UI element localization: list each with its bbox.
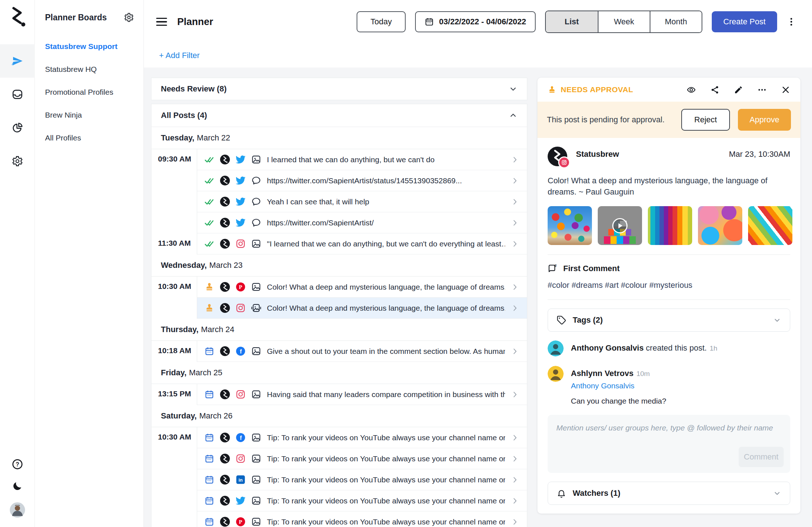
sidebar-item-promotional-profiles[interactable]: Promotional Profiles xyxy=(45,81,134,103)
media-thumbnail-abstract-color-bubbles[interactable] xyxy=(698,206,742,245)
rail-item-reports[interactable] xyxy=(0,111,35,144)
more-options-kebab-icon[interactable] xyxy=(787,16,796,27)
approval-status-icon xyxy=(204,303,214,313)
planner-app: ? Planner Boards Statusbrew SupportStatu… xyxy=(0,0,812,527)
comment-hash-icon: # xyxy=(548,264,557,273)
photo-icon xyxy=(251,239,261,249)
sidebar-item-all-profiles[interactable]: All Profiles xyxy=(45,126,134,149)
reject-button[interactable]: Reject xyxy=(681,109,730,131)
media-thumbnail-rainbow-diagonal-stripes[interactable] xyxy=(748,206,792,245)
statusbrew-avatar xyxy=(220,239,230,249)
media-thumbnail-stacked-paper-cups[interactable] xyxy=(598,206,642,245)
help-icon[interactable]: ? xyxy=(12,459,23,470)
rail-item-settings[interactable] xyxy=(0,144,35,178)
photo-icon xyxy=(251,475,261,485)
approval-banner: This post is pending for approval. Rejec… xyxy=(537,102,800,138)
post-row[interactable]: fGive a shout out to your team in the co… xyxy=(197,341,527,362)
main-area: Planner Today 03/22/2022 - 04/06/2022 Li… xyxy=(144,0,812,527)
scheduled-status-icon xyxy=(204,475,214,485)
hamburger-menu-icon[interactable] xyxy=(156,18,167,26)
post-row[interactable]: Yeah I can see that, it will help xyxy=(197,191,527,212)
post-head: Statusbrew Mar 23, 10:30AM xyxy=(548,147,790,166)
post-row[interactable]: PColor! What a deep and mysterious langu… xyxy=(197,277,527,298)
user-avatar[interactable] xyxy=(10,502,25,518)
sidebar-header: Planner Boards xyxy=(45,0,134,35)
published-status-icon xyxy=(204,239,214,249)
date-range-button[interactable]: 03/22/2022 - 04/06/2022 xyxy=(415,11,536,32)
first-comment-text: #color #dreams #art #colour #mysterious xyxy=(548,281,790,290)
photo-icon xyxy=(251,155,261,164)
post-row[interactable]: https://twitter.com/SapientArtist/status… xyxy=(197,170,527,191)
day-header: Saturday,March 26 xyxy=(151,405,527,427)
chevron-down-icon xyxy=(773,316,781,324)
chevron-right-icon xyxy=(511,497,519,505)
post-row-text: Tip: To rank your videos on YouTube alwa… xyxy=(267,454,505,463)
twitter-icon xyxy=(236,218,245,228)
twitter-icon xyxy=(236,496,245,506)
carousel-icon xyxy=(251,303,261,313)
all-posts-header[interactable]: All Posts (4) xyxy=(151,104,527,127)
svg-text:in: in xyxy=(239,477,243,483)
tags-card[interactable]: Tags (2) xyxy=(548,309,790,332)
media-thumbnail-colorful-umbrellas-street[interactable] xyxy=(548,206,592,245)
watchers-card[interactable]: Watchers (1) xyxy=(548,482,790,505)
view-tab-month[interactable]: Month xyxy=(650,11,702,32)
mention-link[interactable]: Anthony Gonsalvis xyxy=(571,381,666,390)
chevron-right-icon xyxy=(511,304,519,312)
post-row[interactable]: Having said that many leaders compare co… xyxy=(197,384,527,405)
share-icon[interactable] xyxy=(710,85,719,94)
sidebar-item-statusbrew-support[interactable]: Statusbrew Support xyxy=(45,35,134,58)
today-button[interactable]: Today xyxy=(357,11,406,32)
approval-status: NEEDS APPROVAL xyxy=(548,85,633,94)
preview-eye-icon[interactable] xyxy=(687,85,696,94)
view-tab-list[interactable]: List xyxy=(546,11,598,32)
user-avatar xyxy=(548,340,564,356)
post-row[interactable]: Tip: To rank your videos on YouTube alwa… xyxy=(197,448,527,469)
post-row[interactable]: https://twitter.com/SapientArtist/ xyxy=(197,212,527,233)
first-comment-head: # First Comment xyxy=(548,264,790,273)
post-detail-panel: NEEDS APPROVAL This post is pending for … xyxy=(537,78,800,514)
pie-chart-icon xyxy=(12,122,23,134)
send-plane-icon xyxy=(12,55,23,67)
post-row[interactable]: Tip: To rank your videos on YouTube alwa… xyxy=(197,490,527,511)
rail-item-planner[interactable] xyxy=(0,44,35,78)
view-tab-week[interactable]: Week xyxy=(598,11,650,32)
time-label: 10:18 AM xyxy=(151,341,197,362)
approve-button[interactable]: Approve xyxy=(738,109,791,131)
instagram-icon xyxy=(236,389,245,399)
comment-input[interactable]: Mention users/ user groups here, type @ … xyxy=(548,415,790,473)
sidebar-item-brew-ninja[interactable]: Brew Ninja xyxy=(45,103,134,126)
add-filter-link[interactable]: + Add Filter xyxy=(159,51,200,60)
more-ellipsis-icon[interactable] xyxy=(758,85,767,94)
comment-submit-button[interactable]: Comment xyxy=(739,447,784,467)
topbar: Planner Today 03/22/2022 - 04/06/2022 Li… xyxy=(144,0,812,44)
chevron-right-icon xyxy=(511,455,519,463)
photo-icon xyxy=(251,282,261,292)
statusbrew-avatar xyxy=(220,346,230,356)
statusbrew-avatar xyxy=(220,282,230,292)
media-thumbnail-rainbow-tunnel[interactable] xyxy=(648,206,692,245)
approval-banner-text: This post is pending for approval. xyxy=(547,115,673,124)
post-row[interactable]: PTip: To rank your videos on YouTube alw… xyxy=(197,511,527,527)
chevron-right-icon xyxy=(511,518,519,526)
boards-settings-gear-icon[interactable] xyxy=(124,12,134,23)
twitter-icon xyxy=(236,155,245,164)
edit-pencil-icon[interactable] xyxy=(734,85,743,94)
section-needs-review[interactable]: Needs Review (8) xyxy=(151,78,527,100)
post-row[interactable]: fTip: To rank your videos on YouTube alw… xyxy=(197,427,527,448)
create-post-button[interactable]: Create Post xyxy=(712,11,777,32)
statusbrew-avatar xyxy=(220,176,230,185)
statusbrew-logo-icon xyxy=(8,6,27,28)
close-icon[interactable] xyxy=(781,85,790,94)
date-range-label: 03/22/2022 - 04/06/2022 xyxy=(439,17,526,26)
approval-status-label: NEEDS APPROVAL xyxy=(561,85,633,94)
post-row[interactable]: inTip: To rank your videos on YouTube al… xyxy=(197,469,527,490)
dark-mode-moon-icon[interactable] xyxy=(12,481,23,491)
rail-item-inbox[interactable] xyxy=(0,78,35,111)
post-row[interactable]: Color! What a deep and mysterious langua… xyxy=(197,298,527,319)
scheduled-status-icon xyxy=(204,433,214,442)
post-row[interactable]: I learned that we can do anything, but w… xyxy=(197,149,527,170)
post-row-text: Yeah I can see that, it will help xyxy=(267,197,505,206)
post-row[interactable]: "I learned that we can do anything, but … xyxy=(197,233,527,254)
sidebar-item-statusbrew-hq[interactable]: Statusbrew HQ xyxy=(45,58,134,81)
